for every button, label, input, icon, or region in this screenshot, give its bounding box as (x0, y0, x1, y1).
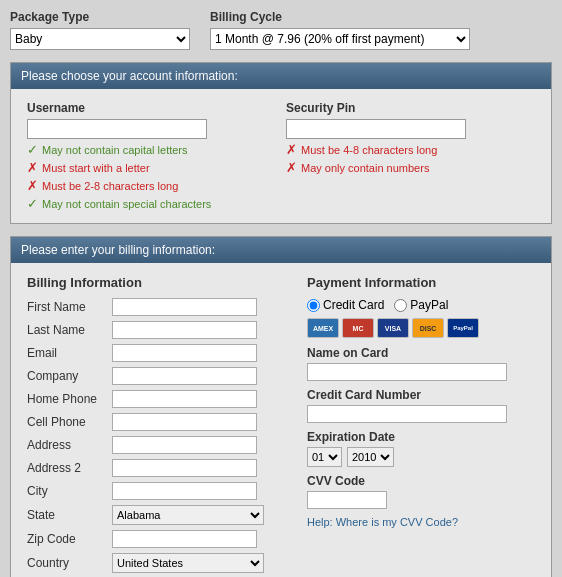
username-label: Username (27, 101, 276, 115)
last-name-row: Last Name (27, 321, 287, 339)
visa-icon: VISA (377, 318, 409, 338)
x-icon: ✗ (27, 160, 38, 175)
expiry-year-select[interactable]: 201020112012 201320142015 (347, 447, 394, 467)
mastercard-icon: MC (342, 318, 374, 338)
billing-info-column: Billing Information First Name Last Name… (27, 275, 287, 577)
paypal-radio-label[interactable]: PayPal (394, 298, 448, 312)
billing-cycle-select[interactable]: 1 Month @ 7.96 (20% off first payment) 3… (210, 28, 470, 50)
city-input[interactable] (112, 482, 257, 500)
paypal-text: PayPal (410, 298, 448, 312)
address2-input[interactable] (112, 459, 257, 477)
zip-label: Zip Code (27, 532, 112, 546)
credit-card-number-label: Credit Card Number (307, 388, 535, 402)
card-icons: AMEX MC VISA DISC PayPal (307, 318, 535, 338)
x-icon: ✗ (286, 160, 297, 175)
country-label: Country (27, 556, 112, 570)
credit-card-text: Credit Card (323, 298, 384, 312)
payment-info-title: Payment Information (307, 275, 535, 290)
top-row: Package Type Baby Basic Standard Premium… (10, 10, 552, 50)
account-section-body: Username ✓ May not contain capital lette… (11, 89, 551, 223)
company-input[interactable] (112, 367, 257, 385)
cell-phone-input[interactable] (112, 413, 257, 431)
username-validation-3: ✗ Must be 2-8 characters long (27, 178, 276, 193)
check-icon: ✓ (27, 196, 38, 211)
last-name-label: Last Name (27, 323, 112, 337)
cvv-help-link[interactable]: Help: Where is my CVV Code? (307, 516, 535, 528)
state-row: State Alabama Alaska Arizona Arkansas Ca… (27, 505, 287, 525)
account-section: Please choose your account information: … (10, 62, 552, 224)
pin-v1-text: Must be 4-8 characters long (301, 144, 437, 156)
home-phone-label: Home Phone (27, 392, 112, 406)
discover-icon: DISC (412, 318, 444, 338)
billing-cycle-field: Billing Cycle 1 Month @ 7.96 (20% off fi… (210, 10, 470, 50)
account-section-header: Please choose your account information: (11, 63, 551, 89)
name-on-card-field: Name on Card (307, 346, 535, 381)
package-type-label: Package Type (10, 10, 190, 24)
address2-label: Address 2 (27, 461, 112, 475)
zip-input[interactable] (112, 530, 257, 548)
username-validation-1: ✓ May not contain capital letters (27, 142, 276, 157)
package-type-select[interactable]: Baby Basic Standard Premium (10, 28, 190, 50)
billing-cycle-label: Billing Cycle (210, 10, 470, 24)
first-name-label: First Name (27, 300, 112, 314)
credit-card-number-input[interactable] (307, 405, 507, 423)
city-label: City (27, 484, 112, 498)
email-input[interactable] (112, 344, 257, 362)
username-validation-2: ✗ Must start with a letter (27, 160, 276, 175)
payment-type-row: Credit Card PayPal (307, 298, 535, 312)
paypal-radio[interactable] (394, 299, 407, 312)
home-phone-row: Home Phone (27, 390, 287, 408)
username-v1-text: May not contain capital letters (42, 144, 188, 156)
payment-info-column: Payment Information Credit Card PayPal A… (307, 275, 535, 577)
country-select[interactable]: United States Canada United Kingdom (112, 553, 264, 573)
username-validation-4: ✓ May not contain special characters (27, 196, 276, 211)
cvv-input[interactable] (307, 491, 387, 509)
cell-phone-row: Cell Phone (27, 413, 287, 431)
pin-validation-2: ✗ May only contain numbers (286, 160, 535, 175)
expiry-month-select[interactable]: 010203 040506 070809 101112 (307, 447, 342, 467)
page-wrapper: Package Type Baby Basic Standard Premium… (0, 0, 562, 577)
billing-info-title: Billing Information (27, 275, 287, 290)
home-phone-input[interactable] (112, 390, 257, 408)
username-field: Username ✓ May not contain capital lette… (27, 101, 276, 211)
security-pin-field: Security Pin ✗ Must be 4-8 characters lo… (286, 101, 535, 211)
expiration-date-label: Expiration Date (307, 430, 535, 444)
name-on-card-label: Name on Card (307, 346, 535, 360)
paypal-icon: PayPal (447, 318, 479, 338)
security-pin-label: Security Pin (286, 101, 535, 115)
credit-card-radio-label[interactable]: Credit Card (307, 298, 384, 312)
cell-phone-label: Cell Phone (27, 415, 112, 429)
name-on-card-input[interactable] (307, 363, 507, 381)
amex-icon: AMEX (307, 318, 339, 338)
username-v4-text: May not contain special characters (42, 198, 211, 210)
credit-card-radio[interactable] (307, 299, 320, 312)
x-icon: ✗ (286, 142, 297, 157)
company-row: Company (27, 367, 287, 385)
username-v3-text: Must be 2-8 characters long (42, 180, 178, 192)
expiry-row: 010203 040506 070809 101112 201020112012… (307, 447, 535, 467)
address-input[interactable] (112, 436, 257, 454)
address-label: Address (27, 438, 112, 452)
check-icon: ✓ (27, 142, 38, 157)
first-name-input[interactable] (112, 298, 257, 316)
zip-row: Zip Code (27, 530, 287, 548)
last-name-input[interactable] (112, 321, 257, 339)
country-row: Country United States Canada United King… (27, 553, 287, 573)
pin-validation-1: ✗ Must be 4-8 characters long (286, 142, 535, 157)
credit-card-number-field: Credit Card Number (307, 388, 535, 423)
company-label: Company (27, 369, 112, 383)
state-select[interactable]: Alabama Alaska Arizona Arkansas Californ… (112, 505, 264, 525)
cvv-label: CVV Code (307, 474, 535, 488)
package-type-field: Package Type Baby Basic Standard Premium (10, 10, 190, 50)
security-pin-input[interactable] (286, 119, 466, 139)
username-v2-text: Must start with a letter (42, 162, 150, 174)
address-row: Address (27, 436, 287, 454)
x-icon: ✗ (27, 178, 38, 193)
state-label: State (27, 508, 112, 522)
username-input[interactable] (27, 119, 207, 139)
expiration-date-field: Expiration Date 010203 040506 070809 101… (307, 430, 535, 467)
billing-body: Billing Information First Name Last Name… (11, 263, 551, 577)
account-grid: Username ✓ May not contain capital lette… (27, 101, 535, 211)
first-name-row: First Name (27, 298, 287, 316)
email-label: Email (27, 346, 112, 360)
